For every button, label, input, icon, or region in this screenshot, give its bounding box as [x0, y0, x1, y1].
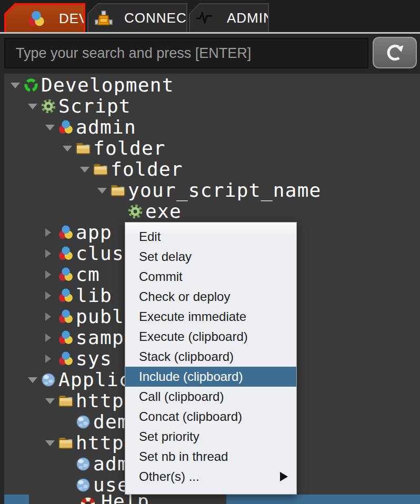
tree-row-help[interactable]: Help [0, 495, 420, 504]
tree-row-label: Help [101, 495, 149, 504]
folder-icon [58, 393, 74, 409]
expander-spacer [63, 479, 75, 491]
tree-row-label: clus [76, 243, 124, 264]
tree-row-label: admin [76, 117, 136, 138]
tree-row-folder[interactable]: folder [0, 159, 420, 180]
circles-icon [58, 225, 74, 240]
tree-row-label: Script [58, 96, 131, 117]
menu-item-label: Stack (clipboard) [139, 349, 234, 364]
menu-item-label: Call (clipboard) [139, 389, 224, 404]
context-menu: EditSet delayCommitCheck or deployExecut… [125, 222, 297, 495]
expander-down-icon[interactable] [45, 121, 58, 134]
menu-item-set-nb-in-thread[interactable]: Set nb in thread [125, 447, 296, 467]
menu-item-commit[interactable]: Commit [125, 267, 296, 287]
expander-down-icon[interactable] [45, 437, 58, 449]
menu-item-execute-clipboard[interactable]: Execute (clipboard) [125, 327, 296, 347]
triangle-glyph [28, 377, 37, 383]
menu-item-label: Include (clipboard) [139, 369, 243, 384]
triangle-glyph [11, 83, 20, 88]
menu-item-label: Edit [139, 229, 161, 244]
triangle-glyph [45, 355, 51, 363]
menu-item-execute-immediate[interactable]: Execute immediate [125, 307, 296, 327]
folder-icon [110, 183, 126, 198]
tree-row-label: http [76, 432, 124, 453]
menu-item-label: Execute immediate [139, 309, 246, 324]
menu-item-label: Check or deploy [139, 289, 230, 304]
expander-down-icon[interactable] [11, 79, 23, 92]
tree-row-label: folder [93, 138, 166, 159]
menu-item-include-clipboard[interactable]: Include (clipboard) [125, 367, 296, 387]
gear-icon [41, 98, 56, 114]
expander-down-icon[interactable] [28, 374, 41, 386]
triangle-glyph [45, 334, 51, 342]
refresh-icon [383, 41, 406, 64]
triangle-glyph [97, 188, 107, 194]
menu-item-label: Set delay [139, 249, 192, 264]
expander-right-icon[interactable] [45, 289, 58, 302]
tree-row-label: Development [41, 75, 174, 96]
expander-down-icon[interactable] [80, 163, 93, 176]
tree-row-label: lib [76, 285, 112, 306]
gear-icon [127, 204, 143, 219]
tree-row-label: adm [93, 453, 129, 475]
tree-row-folder[interactable]: folder [0, 138, 420, 159]
tab-inner: DEVEL [6, 5, 84, 32]
triangle-glyph [45, 249, 51, 258]
tree-row-development[interactable]: Development [0, 75, 420, 96]
triangle-glyph [63, 146, 72, 152]
expander-spacer [63, 416, 75, 428]
circles-icon [58, 309, 74, 325]
triangle-glyph [45, 125, 55, 130]
tree-row-script[interactable]: Script [0, 96, 420, 117]
folder-icon [58, 435, 74, 451]
triangle-glyph [80, 167, 89, 173]
menu-item-set-priority[interactable]: Set priority [125, 427, 296, 447]
expander-spacer [115, 205, 127, 218]
menu-item-call-clipboard[interactable]: Call (clipboard) [125, 387, 296, 407]
menu-item-edit[interactable]: Edit [125, 227, 296, 247]
tab-admin[interactable]: ADMIN [189, 3, 269, 32]
search-input[interactable] [4, 38, 368, 68]
refresh-button[interactable] [373, 37, 417, 68]
expander-down-icon[interactable] [28, 100, 41, 113]
expander-down-icon[interactable] [97, 184, 110, 197]
menu-item-label: Other(s) ... [139, 469, 199, 483]
menu-item-label: Commit [139, 269, 183, 284]
expander-right-icon[interactable] [45, 247, 58, 260]
tree-row-admin[interactable]: admin [0, 117, 420, 138]
tree-row-exe[interactable]: exe [0, 201, 420, 222]
menu-item-label: Set priority [139, 429, 199, 443]
expander-right-icon[interactable] [45, 331, 58, 344]
expander-right-icon[interactable] [45, 268, 58, 281]
tree-row-label: samp [76, 327, 124, 348]
tree-row-label: publ [76, 306, 124, 327]
tree-row-label: exe [145, 201, 182, 222]
globe-icon [75, 456, 91, 472]
expander-right-icon[interactable] [45, 310, 58, 323]
tab-inner: CONNECT [88, 4, 186, 32]
menu-item-check-or-deploy[interactable]: Check or deploy [125, 287, 296, 307]
tree-row-your_script_name[interactable]: your_script_name [0, 180, 420, 201]
menu-item-concat-clipboard[interactable]: Concat (clipboard) [125, 407, 296, 427]
menu-item-stack-clipboard[interactable]: Stack (clipboard) [125, 347, 296, 367]
expander-right-icon[interactable] [45, 352, 58, 365]
expander-right-icon[interactable] [45, 226, 58, 239]
tree-row-label: use [93, 475, 129, 496]
tab-connect[interactable]: CONNECT [87, 3, 187, 32]
menu-item-label: Execute (clipboard) [139, 329, 248, 344]
tab-devel[interactable]: DEVEL [4, 3, 85, 32]
menu-item-other-s[interactable]: Other(s) ... [125, 467, 296, 487]
triangle-glyph [45, 228, 51, 237]
circles-icon [58, 330, 74, 346]
triangle-glyph [45, 270, 51, 279]
tree-row-label: folder [111, 159, 183, 180]
circles-icon [58, 267, 74, 283]
circles-icon [27, 10, 45, 28]
expander-down-icon[interactable] [63, 142, 75, 155]
circles-icon [58, 351, 74, 367]
tree-row-label: Applic [58, 369, 131, 390]
triangle-glyph [28, 104, 37, 109]
expander-down-icon[interactable] [45, 395, 58, 407]
menu-item-set-delay[interactable]: Set delay [125, 247, 296, 267]
circles-icon [58, 246, 74, 261]
